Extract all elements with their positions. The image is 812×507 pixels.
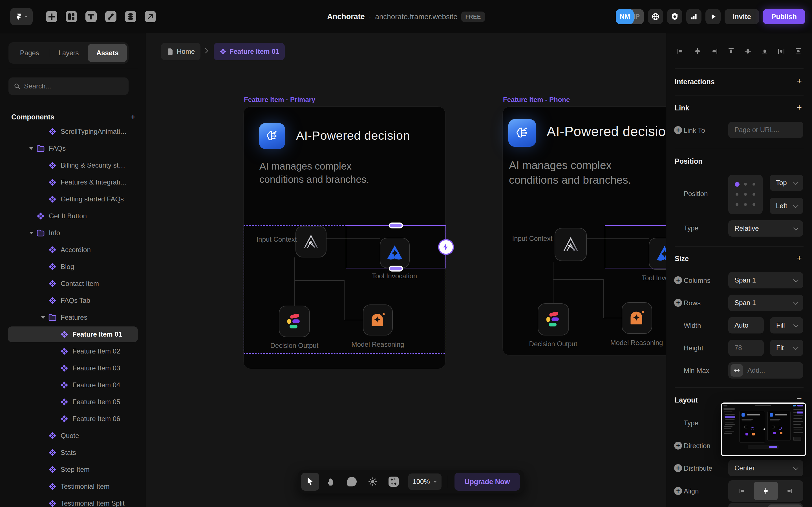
tree-item[interactable]: Step Item (0, 461, 146, 478)
caret-down-icon[interactable] (27, 147, 36, 150)
tab-assets[interactable]: Assets (88, 44, 127, 62)
minmax-input-wrap[interactable] (728, 362, 803, 379)
selection-handle-top[interactable] (390, 224, 402, 227)
caret-down-icon[interactable] (38, 316, 48, 319)
align-end-option[interactable] (778, 482, 802, 500)
tree-item[interactable]: Getting started FAQs (0, 191, 146, 208)
node-decision-output[interactable] (538, 303, 569, 335)
tree-item[interactable]: Testimonial Item Split (0, 495, 146, 507)
link-to-plus-icon[interactable]: + (674, 126, 682, 134)
tree-item[interactable]: Billing & Security st… (0, 157, 146, 174)
invite-button[interactable]: Invite (725, 9, 759, 24)
feature-card-primary[interactable]: AI-Powered decision AI manages complex c… (243, 107, 446, 369)
tree-item[interactable]: ScrollTypingAnimati… (0, 123, 146, 140)
align-plus-icon[interactable]: + (674, 487, 682, 495)
position-type-dropdown[interactable]: Relative (728, 220, 803, 237)
align-bottom-icon[interactable] (760, 47, 769, 55)
selection-handle-bottom[interactable] (390, 267, 402, 270)
breadcrumb-current[interactable]: Feature Item 01 (214, 43, 285, 60)
analytics-button[interactable] (686, 9, 702, 24)
avatar[interactable]: NM (616, 9, 634, 24)
tree-item[interactable]: Testimonial Item (0, 478, 146, 495)
link-to-input-wrap[interactable] (728, 122, 803, 138)
anchor-vertical-dropdown[interactable]: Top (770, 175, 803, 191)
direction-plus-icon[interactable]: + (674, 442, 682, 450)
layout-tool-icon[interactable] (66, 11, 77, 22)
select-tool-button[interactable] (301, 473, 319, 491)
node-model-reasoning[interactable] (622, 302, 652, 334)
tree-item[interactable]: Feature Item 03 (0, 360, 146, 377)
tree-item[interactable]: Accordion (0, 241, 146, 258)
tree-item[interactable]: Blog (0, 258, 146, 275)
card-label-phone[interactable]: Feature Item - Phone (503, 96, 570, 104)
tree-item[interactable]: Features (0, 309, 146, 326)
vector-tool-icon[interactable] (105, 11, 116, 22)
pan-tool-button[interactable] (322, 473, 340, 491)
node-model-reasoning[interactable] (363, 304, 393, 335)
align-left-icon[interactable] (676, 47, 685, 55)
tree-item[interactable]: Quote (0, 427, 146, 444)
distribute-dropdown[interactable]: Center (728, 460, 803, 476)
add-component-button[interactable]: + (130, 112, 136, 121)
add-link-button[interactable]: + (797, 103, 802, 112)
tree-item[interactable]: Contact Item (0, 275, 146, 292)
zoom-control[interactable]: 100% (408, 473, 442, 490)
tree-item[interactable]: Feature Item 05 (0, 393, 146, 410)
search-input-wrap[interactable] (8, 77, 129, 95)
project-title[interactable]: Anchorate (327, 12, 365, 21)
distribute-vertical-icon[interactable] (794, 47, 802, 55)
distribute-horizontal-icon[interactable] (777, 47, 785, 55)
align-center-horizontal-icon[interactable] (693, 47, 702, 55)
canvas[interactable]: Home Feature Item 01 Feature Item · Prim… (146, 33, 666, 507)
tree-item[interactable]: Stats (0, 444, 146, 461)
caret-down-icon[interactable] (27, 232, 36, 234)
tree-item[interactable]: FAQs Tab (0, 292, 146, 309)
tab-pages[interactable]: Pages (10, 44, 49, 62)
comment-tool-button[interactable] (343, 473, 361, 491)
align-start-option[interactable] (730, 482, 754, 500)
cms-tool-icon[interactable] (125, 11, 136, 22)
anchor-horizontal-dropdown[interactable]: Left (770, 198, 803, 214)
add-size-button[interactable]: + (797, 253, 802, 263)
add-interaction-button[interactable]: + (797, 76, 802, 86)
tab-layers[interactable]: Layers (49, 44, 88, 62)
align-top-icon[interactable] (727, 47, 735, 55)
minmax-input[interactable] (744, 367, 803, 374)
text-tool-icon[interactable] (86, 11, 97, 22)
rows-plus-icon[interactable]: + (674, 299, 682, 307)
search-input[interactable] (24, 82, 123, 90)
feature-card-phone[interactable]: AI-Powered decision AI manages complex c… (502, 107, 666, 355)
tree-item[interactable]: Get It Button (0, 208, 146, 224)
width-input-wrap[interactable] (728, 317, 764, 334)
align-right-icon[interactable] (710, 47, 718, 55)
tree-item[interactable]: Feature Item 04 (0, 377, 146, 393)
collapse-layout-button[interactable]: − (797, 394, 802, 403)
card-label-primary[interactable]: Feature Item · Primary (244, 96, 315, 104)
tree-item[interactable]: Features & Integrati… (0, 174, 146, 191)
height-input[interactable] (728, 344, 764, 352)
align-center-vertical-icon[interactable] (744, 47, 752, 55)
node-input-context[interactable] (555, 228, 587, 261)
position-anchor-grid[interactable] (728, 175, 763, 214)
preview-button[interactable] (705, 9, 721, 24)
columns-dropdown[interactable]: Span 1 (728, 272, 803, 288)
tree-item[interactable]: Feature Item 02 (0, 343, 146, 360)
insert-tool-icon[interactable] (46, 11, 57, 22)
partial-segmented-control[interactable] (728, 503, 803, 507)
upgrade-button[interactable]: Upgrade Now (455, 473, 520, 491)
columns-plus-icon[interactable]: + (674, 276, 682, 284)
framer-menu-button[interactable] (10, 8, 33, 25)
interaction-bolt-badge[interactable] (438, 239, 454, 255)
tree-item[interactable]: Info (0, 224, 146, 241)
node-input-context[interactable] (296, 226, 326, 258)
width-input[interactable] (728, 321, 764, 329)
tree-item[interactable]: Feature Item 01 (0, 326, 146, 343)
theme-toggle-button[interactable] (364, 473, 382, 491)
width-mode-dropdown[interactable]: Fill (770, 317, 803, 334)
rows-dropdown[interactable]: Span 1 (728, 295, 803, 311)
distribute-plus-icon[interactable]: + (674, 464, 682, 472)
breadcrumb-home[interactable]: Home (161, 43, 200, 60)
height-input-wrap[interactable] (728, 340, 764, 356)
project-domain[interactable]: anchorate.framer.website (375, 12, 457, 21)
tree-item[interactable]: Feature Item 06 (0, 410, 146, 427)
